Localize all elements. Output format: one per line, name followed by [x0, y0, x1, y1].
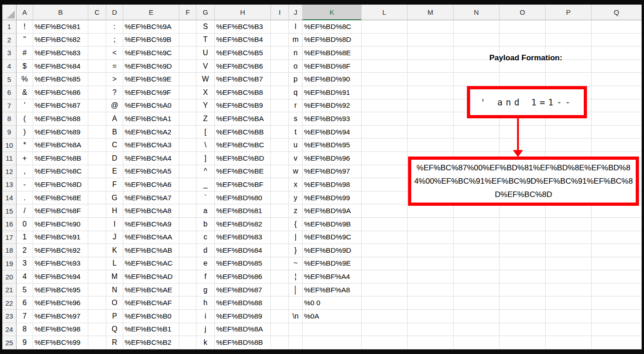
cell-J21[interactable]: │	[289, 284, 303, 297]
column-header-A[interactable]: A	[17, 5, 33, 20]
cell-L6[interactable]	[362, 86, 408, 99]
cell-J19[interactable]: ~	[289, 257, 303, 271]
cell-G19[interactable]: e	[196, 257, 215, 271]
cell-I13[interactable]	[271, 178, 289, 192]
cell-G13[interactable]: _	[196, 178, 215, 192]
cell-E1[interactable]: %EF%BC%9A	[123, 20, 179, 34]
cell-J8[interactable]: s	[289, 112, 303, 126]
cell-A8[interactable]: (	[17, 112, 33, 126]
cell-K5[interactable]: %EF%BD%90	[303, 73, 362, 86]
cell-J2[interactable]: m	[289, 34, 303, 47]
cell-F6[interactable]	[179, 86, 196, 99]
cell-E16[interactable]: %EF%BC%A9	[123, 218, 179, 231]
cell-P15[interactable]	[546, 204, 592, 218]
cell-J5[interactable]: p	[289, 73, 303, 86]
cell-F4[interactable]	[179, 60, 196, 73]
cell-A1[interactable]: !	[17, 20, 33, 34]
column-header-F[interactable]: F	[179, 5, 196, 20]
cell-F12[interactable]	[179, 165, 196, 179]
cell-J4[interactable]: o	[289, 60, 303, 73]
cell-M7[interactable]	[408, 99, 454, 113]
cell-I17[interactable]	[271, 231, 289, 244]
cell-D7[interactable]: @	[106, 99, 123, 113]
cell-D13[interactable]: F	[106, 178, 123, 192]
cell-P5[interactable]	[546, 73, 592, 86]
cell-B6[interactable]: %EF%BC%86	[33, 86, 88, 99]
cell-E12[interactable]: %EF%BC%A5	[123, 165, 179, 179]
cell-I22[interactable]	[271, 296, 289, 310]
cell-I8[interactable]	[271, 112, 289, 126]
row-header-7[interactable]: 7	[2, 99, 17, 113]
cell-E17[interactable]: %EF%BC%AA	[123, 231, 179, 244]
cell-K18[interactable]: %EF%BD%9D	[303, 244, 362, 257]
cell-G16[interactable]: b	[196, 218, 215, 231]
cell-L21[interactable]	[362, 284, 408, 297]
cell-L24[interactable]	[362, 323, 408, 337]
cell-C21[interactable]	[88, 284, 106, 297]
row-header-8[interactable]: 8	[2, 112, 17, 126]
cell-A18[interactable]: 2	[17, 244, 33, 257]
cell-N10[interactable]	[454, 139, 500, 152]
column-header-K[interactable]: K	[303, 5, 362, 20]
cell-Q15[interactable]	[592, 204, 642, 218]
row-header-24[interactable]: 24	[2, 323, 17, 337]
cell-K10[interactable]: %EF%BD%95	[303, 139, 362, 152]
row-header-25[interactable]: 25	[2, 336, 17, 349]
cell-C13[interactable]	[88, 178, 106, 192]
cell-Q8[interactable]	[592, 112, 642, 126]
cell-L3[interactable]	[362, 46, 408, 60]
cell-G20[interactable]: f	[196, 270, 215, 284]
cell-O19[interactable]	[500, 257, 546, 271]
cell-F18[interactable]	[179, 244, 196, 257]
cell-G25[interactable]: k	[196, 336, 215, 349]
cell-E18[interactable]: %EF%BC%AB	[123, 244, 179, 257]
cell-D25[interactable]: R	[106, 336, 123, 349]
cell-N19[interactable]	[454, 257, 500, 271]
cell-G7[interactable]: Y	[196, 99, 215, 113]
cell-B21[interactable]: %EF%BC%95	[33, 284, 88, 297]
cell-P10[interactable]	[546, 139, 592, 152]
cell-N2[interactable]	[454, 34, 500, 47]
cell-F3[interactable]	[179, 46, 196, 60]
cell-A5[interactable]: %	[17, 73, 33, 86]
cell-M5[interactable]	[408, 73, 454, 86]
cell-Q17[interactable]	[592, 231, 642, 244]
cell-Q19[interactable]	[592, 257, 642, 271]
cell-L20[interactable]	[362, 270, 408, 284]
row-header-5[interactable]: 5	[2, 73, 17, 86]
row-header-20[interactable]: 20	[2, 270, 17, 284]
cell-A20[interactable]: 4	[17, 270, 33, 284]
cell-M25[interactable]	[408, 336, 454, 349]
cell-E19[interactable]: %EF%BC%AC	[123, 257, 179, 271]
cell-I1[interactable]	[271, 20, 289, 34]
cell-Q23[interactable]	[592, 310, 642, 323]
cell-B18[interactable]: %EF%BC%92	[33, 244, 88, 257]
cell-B4[interactable]: %EF%BC%84	[33, 60, 88, 73]
cell-G9[interactable]: [	[196, 126, 215, 139]
cell-I3[interactable]	[271, 46, 289, 60]
cell-B2[interactable]: %EF%BC%82	[33, 34, 88, 47]
cell-G2[interactable]: T	[196, 34, 215, 47]
cell-I10[interactable]	[271, 139, 289, 152]
cell-L15[interactable]	[362, 204, 408, 218]
cell-I24[interactable]	[271, 323, 289, 337]
cell-O22[interactable]	[500, 296, 546, 310]
row-header-22[interactable]: 22	[2, 296, 17, 310]
cell-E8[interactable]: %EF%BC%A1	[123, 112, 179, 126]
cell-L2[interactable]	[362, 34, 408, 47]
cell-H10[interactable]: %EF%BC%BC	[215, 139, 271, 152]
column-header-J[interactable]: J	[289, 5, 303, 20]
cell-A15[interactable]: /	[17, 204, 33, 218]
cell-B23[interactable]: %EF%BC%97	[33, 310, 88, 323]
row-header-14[interactable]: 14	[2, 192, 17, 205]
cell-M19[interactable]	[408, 257, 454, 271]
cell-G23[interactable]: i	[196, 310, 215, 323]
cell-A14[interactable]: .	[17, 192, 33, 205]
cell-I20[interactable]	[271, 270, 289, 284]
cell-D19[interactable]: L	[106, 257, 123, 271]
cell-H2[interactable]: %EF%BC%B4	[215, 34, 271, 47]
cell-E21[interactable]: %EF%BC%AE	[123, 284, 179, 297]
cell-C4[interactable]	[88, 60, 106, 73]
cell-F2[interactable]	[179, 34, 196, 47]
row-header-11[interactable]: 11	[2, 152, 17, 165]
